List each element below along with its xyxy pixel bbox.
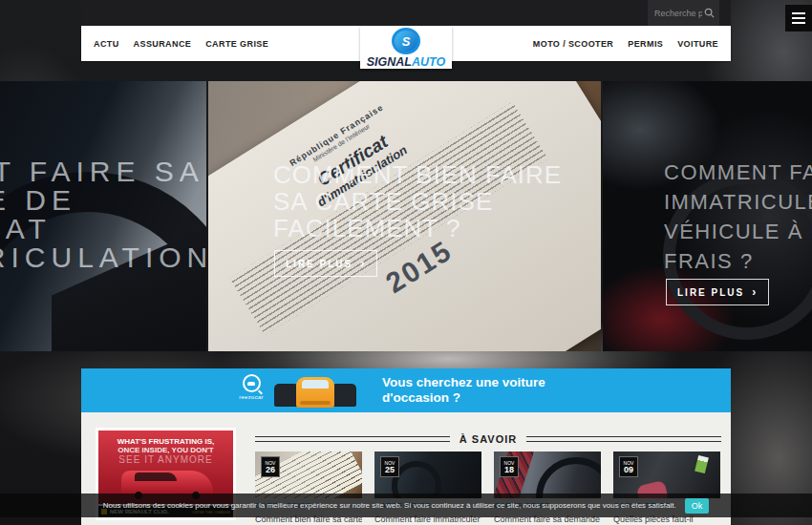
nav-item-carte-grise[interactable]: CARTE GRISE (205, 39, 268, 49)
cars-illustration (274, 373, 356, 410)
cookie-message: Nous utilisons des cookies pour vous gar… (103, 501, 676, 510)
site-logo[interactable]: S SIGNALAUTO (360, 26, 452, 69)
slide-title-center: COMMENT BIEN FAIRE SA CARTE GRISE FACILE… (273, 161, 562, 242)
logo-word-auto: AUTO (412, 55, 445, 69)
logo-word-signal: SIGNAL (367, 55, 412, 69)
nav-item-permis[interactable]: PERMIS (628, 39, 663, 49)
article-thumbnail[interactable]: NOV25 (374, 452, 481, 498)
article-thumbnail[interactable]: NOV09 (613, 452, 720, 498)
top-bar (81, 0, 731, 26)
logo-wordmark: SIGNALAUTO (367, 55, 445, 69)
heading-rule-right (526, 436, 721, 442)
lire-plus-button-right[interactable]: LIRE PLUS› (666, 279, 769, 305)
section-heading: À SAVOIR (459, 433, 517, 445)
banner-text: Vous cherchez une voiture d'occasion ? (382, 375, 545, 406)
dark-car-right (331, 384, 356, 407)
search-input[interactable] (652, 8, 704, 19)
search-icon[interactable] (704, 8, 715, 18)
magnifier-car-icon (243, 374, 261, 392)
logo-monogram-icon: S (392, 28, 420, 54)
article-thumbnail[interactable]: NOV18 (494, 452, 601, 498)
chevron-right-icon: › (360, 257, 366, 270)
date-badge: NOV25 (380, 456, 399, 477)
article-thumbnail[interactable]: NOV26 (255, 452, 362, 498)
red-car-image (121, 471, 213, 495)
nav-item-actu[interactable]: ACTU (94, 39, 119, 49)
date-badge: NOV09 (619, 456, 638, 477)
nav-item-voiture[interactable]: VOITURE (677, 39, 718, 49)
ad-line3: SEE IT ANYMORE (98, 454, 233, 465)
chevron-right-icon: › (752, 285, 758, 299)
ad-line2: ONCE INSIDE, YOU DON'T (98, 446, 233, 454)
lire-plus-button-center[interactable]: LIRE PLUS› (274, 250, 377, 277)
ad-line1: WHAT'S FRUSTRATING IS, (98, 437, 233, 446)
reezocar-logo: reezocar (232, 374, 270, 400)
nav-right-group: MOTO / SCOOTER PERMIS VOITURE (533, 26, 718, 61)
nav-item-moto-scooter[interactable]: MOTO / SCOOTER (533, 39, 613, 49)
car-icon (247, 382, 255, 386)
slide-title-left: COMMENT FAIRE SA DEMANDE DE CERTIFICAT D… (0, 158, 206, 272)
carousel-slide-previous[interactable]: COMMENT FAIRE SA DEMANDE DE CERTIFICAT D… (0, 81, 206, 351)
search-box[interactable] (648, 0, 719, 26)
orange-car (296, 377, 334, 408)
slide-title-right: COMMENT FAIRE IMMATRICULER UN VÉHICULE À… (664, 158, 812, 276)
nav-item-assurance[interactable]: ASSURANCE (134, 39, 192, 49)
date-badge: NOV18 (500, 456, 519, 477)
hamburger-menu-button[interactable] (785, 5, 812, 32)
date-badge: NOV26 (261, 456, 280, 477)
section-heading-row: À SAVOIR (255, 433, 721, 445)
cookie-consent-bar: Nous utilisons des cookies pour vous gar… (0, 494, 812, 517)
cookie-ok-button[interactable]: Ok (685, 498, 710, 514)
page: ACTU ASSURANCE CARTE GRISE MOTO / SCOOTE… (0, 0, 812, 525)
heading-rule-left (255, 436, 450, 442)
reezocar-brand-label: reezocar (239, 394, 264, 400)
carousel-slide-next[interactable]: COMMENT FAIRE IMMATRICULER UN VÉHICULE À… (603, 81, 812, 351)
hamburger-icon (792, 12, 805, 14)
carousel-slide-active: République Française Ministère de l'Inté… (208, 81, 601, 351)
nav-left-group: ACTU ASSURANCE CARTE GRISE (94, 26, 268, 61)
reezocar-ad-banner[interactable]: reezocar Vous cherchez une voiture d'occ… (81, 368, 731, 412)
